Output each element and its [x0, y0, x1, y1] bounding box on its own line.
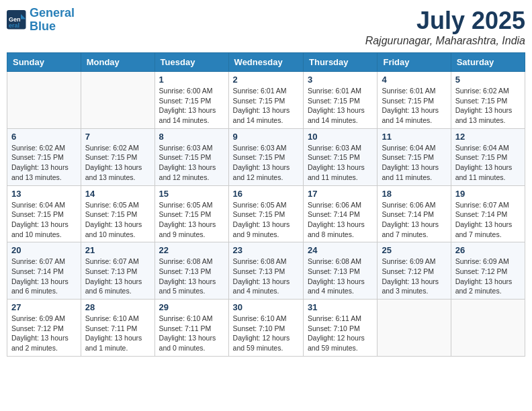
column-header-monday: Monday — [81, 53, 154, 72]
calendar-week-5: 27Sunrise: 6:09 AM Sunset: 7:12 PM Dayli… — [7, 300, 525, 357]
day-info: Sunrise: 6:05 AM Sunset: 7:15 PM Dayligh… — [159, 200, 224, 240]
column-header-sunday: Sunday — [7, 53, 81, 72]
day-number: 9 — [233, 132, 299, 142]
day-number: 7 — [85, 132, 150, 142]
calendar-cell: 15Sunrise: 6:05 AM Sunset: 7:15 PM Dayli… — [154, 185, 228, 242]
calendar-cell: 6Sunrise: 6:02 AM Sunset: 7:15 PM Daylig… — [7, 128, 81, 185]
svg-text:eral: eral — [9, 21, 19, 28]
day-number: 14 — [85, 189, 150, 199]
calendar-cell: 31Sunrise: 6:11 AM Sunset: 7:10 PM Dayli… — [304, 300, 378, 357]
calendar-table: SundayMondayTuesdayWednesdayThursdayFrid… — [7, 52, 525, 357]
day-info: Sunrise: 6:04 AM Sunset: 7:15 PM Dayligh… — [11, 200, 77, 240]
calendar-week-1: 1Sunrise: 6:00 AM Sunset: 7:15 PM Daylig… — [7, 72, 525, 129]
logo-text: General Blue — [30, 7, 75, 34]
day-number: 17 — [308, 189, 373, 199]
day-info: Sunrise: 6:07 AM Sunset: 7:14 PM Dayligh… — [455, 200, 521, 240]
day-number: 21 — [85, 245, 150, 255]
day-number: 11 — [382, 132, 446, 142]
calendar-cell: 17Sunrise: 6:06 AM Sunset: 7:14 PM Dayli… — [304, 185, 378, 242]
day-number: 10 — [308, 132, 373, 142]
calendar-cell: 10Sunrise: 6:03 AM Sunset: 7:15 PM Dayli… — [304, 128, 378, 185]
calendar-cell: 29Sunrise: 6:10 AM Sunset: 7:11 PM Dayli… — [154, 300, 228, 357]
calendar-week-2: 6Sunrise: 6:02 AM Sunset: 7:15 PM Daylig… — [7, 128, 525, 185]
day-number: 15 — [159, 189, 224, 199]
day-number: 25 — [382, 245, 446, 255]
day-number: 8 — [159, 132, 224, 142]
day-number: 1 — [159, 75, 224, 85]
day-info: Sunrise: 6:01 AM Sunset: 7:15 PM Dayligh… — [308, 86, 373, 126]
calendar-cell: 16Sunrise: 6:05 AM Sunset: 7:15 PM Dayli… — [228, 185, 303, 242]
calendar-header-row: SundayMondayTuesdayWednesdayThursdayFrid… — [7, 53, 525, 72]
day-number: 2 — [233, 75, 299, 85]
day-number: 20 — [11, 245, 77, 255]
day-info: Sunrise: 6:06 AM Sunset: 7:14 PM Dayligh… — [382, 200, 446, 240]
calendar-cell: 21Sunrise: 6:07 AM Sunset: 7:13 PM Dayli… — [81, 242, 154, 300]
logo-line1: General — [30, 6, 75, 19]
calendar-cell: 25Sunrise: 6:09 AM Sunset: 7:12 PM Dayli… — [378, 242, 451, 300]
day-info: Sunrise: 6:02 AM Sunset: 7:15 PM Dayligh… — [11, 143, 77, 183]
column-header-thursday: Thursday — [304, 53, 378, 72]
calendar-cell: 27Sunrise: 6:09 AM Sunset: 7:12 PM Dayli… — [7, 300, 81, 357]
day-number: 30 — [233, 302, 299, 312]
day-number: 16 — [233, 189, 299, 199]
day-info: Sunrise: 6:02 AM Sunset: 7:15 PM Dayligh… — [85, 143, 150, 183]
day-number: 31 — [308, 302, 373, 312]
day-info: Sunrise: 6:06 AM Sunset: 7:14 PM Dayligh… — [308, 200, 373, 240]
column-header-wednesday: Wednesday — [228, 53, 303, 72]
calendar-cell: 9Sunrise: 6:03 AM Sunset: 7:15 PM Daylig… — [228, 128, 303, 185]
day-info: Sunrise: 6:10 AM Sunset: 7:10 PM Dayligh… — [233, 314, 299, 353]
day-info: Sunrise: 6:02 AM Sunset: 7:15 PM Dayligh… — [455, 86, 521, 126]
location: Rajgurunagar, Maharashtra, India — [365, 35, 525, 47]
day-number: 3 — [308, 75, 373, 85]
day-info: Sunrise: 6:08 AM Sunset: 7:13 PM Dayligh… — [159, 257, 224, 296]
day-info: Sunrise: 6:07 AM Sunset: 7:13 PM Dayligh… — [85, 257, 150, 296]
column-header-saturday: Saturday — [451, 53, 525, 72]
calendar-cell: 20Sunrise: 6:07 AM Sunset: 7:14 PM Dayli… — [7, 242, 81, 300]
calendar-week-3: 13Sunrise: 6:04 AM Sunset: 7:15 PM Dayli… — [7, 185, 525, 242]
day-number: 29 — [159, 302, 224, 312]
day-number: 6 — [11, 132, 77, 142]
calendar-cell: 8Sunrise: 6:03 AM Sunset: 7:15 PM Daylig… — [154, 128, 228, 185]
day-info: Sunrise: 6:08 AM Sunset: 7:13 PM Dayligh… — [308, 257, 373, 296]
calendar-cell: 3Sunrise: 6:01 AM Sunset: 7:15 PM Daylig… — [304, 72, 378, 129]
column-header-friday: Friday — [378, 53, 451, 72]
logo: Gen eral General Blue — [7, 7, 75, 34]
logo-line2: Blue — [30, 19, 56, 33]
calendar-cell: 14Sunrise: 6:05 AM Sunset: 7:15 PM Dayli… — [81, 185, 154, 242]
day-info: Sunrise: 6:04 AM Sunset: 7:15 PM Dayligh… — [382, 143, 446, 183]
calendar-cell: 12Sunrise: 6:04 AM Sunset: 7:15 PM Dayli… — [451, 128, 525, 185]
day-info: Sunrise: 6:05 AM Sunset: 7:15 PM Dayligh… — [233, 200, 299, 240]
day-number: 18 — [382, 189, 446, 199]
day-info: Sunrise: 6:05 AM Sunset: 7:15 PM Dayligh… — [85, 200, 150, 240]
day-info: Sunrise: 6:09 AM Sunset: 7:12 PM Dayligh… — [11, 314, 77, 353]
day-number: 4 — [382, 75, 446, 85]
day-info: Sunrise: 6:01 AM Sunset: 7:15 PM Dayligh… — [233, 86, 299, 126]
day-number: 27 — [11, 302, 77, 312]
calendar-week-4: 20Sunrise: 6:07 AM Sunset: 7:14 PM Dayli… — [7, 242, 525, 300]
day-number: 22 — [159, 245, 224, 255]
day-number: 26 — [455, 245, 521, 255]
calendar-cell: 7Sunrise: 6:02 AM Sunset: 7:15 PM Daylig… — [81, 128, 154, 185]
calendar-cell — [7, 72, 81, 129]
day-number: 28 — [85, 302, 150, 312]
day-info: Sunrise: 6:00 AM Sunset: 7:15 PM Dayligh… — [159, 86, 224, 126]
calendar-cell: 18Sunrise: 6:06 AM Sunset: 7:14 PM Dayli… — [378, 185, 451, 242]
day-info: Sunrise: 6:03 AM Sunset: 7:15 PM Dayligh… — [308, 143, 373, 183]
day-number: 23 — [233, 245, 299, 255]
month-title: July 2025 — [365, 7, 525, 35]
column-header-tuesday: Tuesday — [154, 53, 228, 72]
calendar-cell: 4Sunrise: 6:01 AM Sunset: 7:15 PM Daylig… — [378, 72, 451, 129]
day-info: Sunrise: 6:11 AM Sunset: 7:10 PM Dayligh… — [308, 314, 373, 353]
day-number: 13 — [11, 189, 77, 199]
calendar-cell: 11Sunrise: 6:04 AM Sunset: 7:15 PM Dayli… — [378, 128, 451, 185]
calendar-cell: 13Sunrise: 6:04 AM Sunset: 7:15 PM Dayli… — [7, 185, 81, 242]
title-area: July 2025 Rajgurunagar, Maharashtra, Ind… — [365, 7, 525, 47]
calendar-cell: 22Sunrise: 6:08 AM Sunset: 7:13 PM Dayli… — [154, 242, 228, 300]
day-number: 12 — [455, 132, 521, 142]
day-number: 24 — [308, 245, 373, 255]
calendar-cell: 28Sunrise: 6:10 AM Sunset: 7:11 PM Dayli… — [81, 300, 154, 357]
day-number: 19 — [455, 189, 521, 199]
day-info: Sunrise: 6:10 AM Sunset: 7:11 PM Dayligh… — [85, 314, 150, 353]
calendar-cell: 19Sunrise: 6:07 AM Sunset: 7:14 PM Dayli… — [451, 185, 525, 242]
calendar-cell: 2Sunrise: 6:01 AM Sunset: 7:15 PM Daylig… — [228, 72, 303, 129]
